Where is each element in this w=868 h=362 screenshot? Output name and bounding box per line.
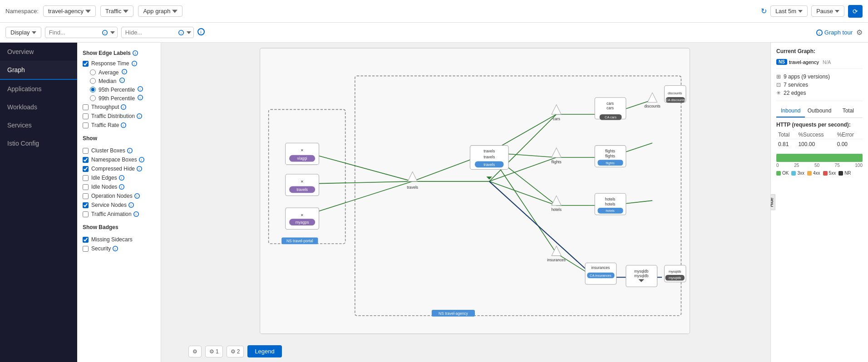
throughput-info-icon[interactable]: i	[121, 104, 126, 110]
legend-3xx-dot	[791, 171, 796, 176]
app-graph-dropdown[interactable]: App graph	[138, 5, 182, 17]
control-panel: Show Edge Labels i Response Time i Avera…	[77, 43, 161, 362]
legend-button[interactable]: Legend	[247, 345, 281, 357]
operation-nodes-info-icon[interactable]: i	[134, 193, 140, 199]
refresh-icon[interactable]: ↻	[761, 7, 767, 15]
cluster-boxes-info-icon[interactable]: i	[127, 148, 133, 153]
legend-3xx: 3xx	[791, 171, 804, 176]
idle-nodes-info-icon[interactable]: i	[119, 184, 124, 190]
svg-text:i: i	[121, 176, 122, 180]
sidebar-item-overview[interactable]: Overview	[0, 43, 77, 61]
compressed-hide-info-icon[interactable]: i	[137, 166, 142, 171]
security-item: Security i	[83, 244, 155, 253]
hide-tab[interactable]: Hide	[770, 195, 775, 210]
idle-nodes-checkbox[interactable]	[83, 184, 89, 190]
sync-button[interactable]: ⟳	[848, 5, 863, 18]
find-dropdown-icon[interactable]	[110, 30, 115, 35]
graph-tour-link[interactable]: i Graph tour	[816, 29, 853, 36]
traffic-animation-info-icon[interactable]: i	[133, 211, 139, 217]
svg-text:travels: travels	[407, 185, 418, 190]
missing-sidecars-item: Missing Sidecars	[83, 235, 155, 244]
display-dropdown[interactable]: Display	[5, 27, 41, 38]
graph-area[interactable]: ✕ viaggi ✕ travels ✕ myagps NS travel-po…	[161, 43, 770, 362]
namespace-boxes-item: Namespace Boxes i	[83, 155, 155, 164]
sidebar: Overview Graph Applications Workloads Se…	[0, 43, 77, 362]
legend-4xx: 4xx	[807, 171, 820, 176]
response-time-checkbox[interactable]	[83, 61, 89, 67]
compressed-hide-checkbox[interactable]	[83, 166, 89, 172]
security-info-icon[interactable]: i	[113, 246, 118, 251]
edge-labels-info-icon[interactable]: i	[133, 50, 138, 56]
sidebar-item-applications[interactable]: Applications	[0, 80, 77, 98]
namespace-boxes-checkbox[interactable]	[83, 157, 89, 163]
idle-edges-checkbox[interactable]	[83, 175, 89, 181]
throughput-checkbox[interactable]	[83, 104, 89, 110]
median-radio[interactable]	[90, 78, 96, 84]
svg-text:i: i	[135, 52, 136, 55]
http-bar-chart: 0 25 50 75 100 OK 3xx	[776, 154, 863, 176]
svg-text:i: i	[104, 31, 105, 34]
svg-text:hotels: hotels	[605, 197, 616, 201]
traffic-rate-checkbox[interactable]	[83, 122, 89, 128]
sidebar-item-istio-config[interactable]: Istio Config	[0, 134, 77, 152]
sidebar-item-services[interactable]: Services	[0, 116, 77, 134]
median-info-icon[interactable]: i	[119, 78, 125, 83]
namespace-boxes-info-icon[interactable]: i	[139, 157, 144, 162]
missing-sidecars-checkbox[interactable]	[83, 237, 89, 243]
graph-svg[interactable]: ✕ viaggi ✕ travels ✕ myagps NS travel-po…	[188, 47, 761, 335]
average-radio[interactable]	[90, 69, 96, 75]
average-info-icon[interactable]: i	[122, 69, 127, 74]
layout-icon-button[interactable]: ⚙	[188, 346, 202, 357]
svg-text:travels: travels	[296, 187, 308, 192]
edges-stat: 22 edges	[784, 90, 806, 96]
svg-text:myagps: myagps	[296, 220, 309, 225]
graph-stats: ⊞ 9 apps (9 versions) ⊡ 7 services ✳ 22 …	[776, 73, 863, 97]
sidebar-item-graph[interactable]: Graph	[0, 61, 77, 80]
settings-icon[interactable]: ⚙	[856, 28, 863, 37]
outbound-tab[interactable]: Outbound	[805, 105, 833, 117]
service-nodes-checkbox[interactable]	[83, 202, 89, 208]
svg-text:discounts: discounts	[668, 91, 682, 95]
right-panel: Hide Current Graph: NS travel-agency N/A…	[770, 43, 868, 362]
apps-stat-row: ⊞ 9 apps (9 versions)	[776, 73, 863, 81]
svg-text:i: i	[129, 149, 130, 152]
svg-text:✕: ✕	[301, 213, 304, 217]
idle-edges-info-icon[interactable]: i	[119, 175, 124, 181]
p99-radio[interactable]	[90, 95, 96, 101]
traffic-dist-info-icon[interactable]: i	[137, 113, 142, 119]
services-stat-row: ⊡ 7 services	[776, 81, 863, 89]
response-time-info-icon[interactable]: i	[132, 61, 137, 66]
legend-ok: OK	[776, 171, 789, 176]
svg-text:travels: travels	[483, 162, 495, 167]
p95-radio[interactable]	[90, 87, 96, 93]
average-radio-item: Average i	[83, 68, 155, 77]
namespace-dropdown[interactable]: travel-agency	[43, 5, 96, 17]
total-tab[interactable]: Total	[834, 105, 863, 117]
service-nodes-info-icon[interactable]: i	[128, 202, 134, 208]
hide-dropdown-icon[interactable]	[187, 30, 191, 35]
pause-dropdown[interactable]: Pause	[811, 5, 844, 17]
time-dropdown[interactable]: Last 5m	[770, 5, 808, 17]
operation-nodes-checkbox[interactable]	[83, 193, 89, 199]
traffic-animation-checkbox[interactable]	[83, 211, 89, 217]
sidebar-item-workloads[interactable]: Workloads	[0, 98, 77, 116]
svg-text:i: i	[134, 62, 135, 65]
svg-text:flights: flights	[605, 149, 615, 153]
zoom-out-button[interactable]: ⚙ 1	[205, 346, 223, 357]
traffic-dist-checkbox[interactable]	[83, 113, 89, 119]
security-checkbox[interactable]	[83, 246, 89, 252]
svg-text:cars: cars	[607, 101, 614, 106]
topbar-right: ↻ Last 5m Pause ⟳	[761, 5, 863, 18]
zoom-in-button[interactable]: ⚙ 2	[227, 346, 244, 357]
p99-info-icon[interactable]: i	[138, 95, 143, 100]
traffic-dropdown[interactable]: Traffic	[100, 5, 133, 17]
svg-text:i: i	[121, 186, 122, 189]
inbound-tab[interactable]: Inbound	[776, 105, 805, 117]
traffic-rate-info-icon[interactable]: i	[121, 122, 126, 128]
cluster-boxes-checkbox[interactable]	[83, 148, 89, 154]
cluster-boxes-item: Cluster Boxes i	[83, 146, 155, 155]
svg-text:hotels: hotels	[606, 209, 615, 213]
secondbar-info-icon[interactable]: i	[197, 28, 205, 37]
p95-info-icon[interactable]: i	[138, 86, 143, 92]
svg-text:hotels: hotels	[551, 207, 562, 212]
